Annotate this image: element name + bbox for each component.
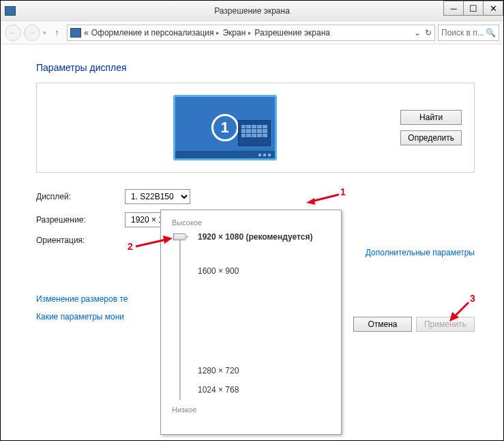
search-box[interactable]: 🔍 [438, 25, 499, 41]
resolution-dropdown: Высокое 1920 × 1080 (рекомендуется) 1600… [160, 210, 342, 435]
slider-high-label: Высокое [172, 218, 330, 227]
resolution-label: Разрешение: [36, 215, 125, 225]
resolution-option[interactable]: 1600 × 900 [198, 266, 312, 276]
monitor-preview[interactable]: 1 [173, 95, 277, 160]
slider-low-label: Низкое [172, 406, 330, 414]
monitor-overlay-icon [238, 120, 271, 146]
up-button[interactable]: ↑ [49, 25, 64, 40]
advanced-settings-link[interactable]: Дополнительные параметры [366, 248, 475, 257]
monitor-preview-box: 1 Найти Определить [36, 83, 475, 173]
close-button[interactable]: ✕ [483, 1, 503, 16]
resolution-option[interactable]: 1920 × 1080 (рекомендуется) [198, 232, 312, 242]
apply-button[interactable]: Применить [416, 317, 475, 332]
breadcrumb-item[interactable]: Разрешение экрана [254, 28, 330, 38]
window-title: Разрешение экрана [214, 6, 290, 16]
maximize-button[interactable]: ☐ [463, 1, 484, 16]
display-select[interactable]: 1. S22B150 [125, 189, 190, 204]
navigation-bar: ← → ▾ ↑ « Оформление и персонализация ▸ … [1, 21, 503, 44]
display-label: Дисплей: [36, 192, 125, 201]
resolution-option[interactable]: 1024 × 768 [198, 385, 312, 395]
chevron-right-icon: ▸ [216, 29, 220, 36]
forward-button[interactable]: → [24, 25, 40, 41]
breadcrumb-item[interactable]: Экран [222, 28, 246, 38]
page-heading: Параметры дисплея [36, 62, 475, 73]
resolution-option[interactable]: 1280 × 720 [198, 366, 312, 375]
dropdown-icon[interactable]: ⌄ [414, 28, 421, 38]
resolution-slider[interactable] [175, 229, 186, 406]
search-icon: 🔍 [486, 28, 496, 38]
detect-button[interactable]: Определить [400, 130, 462, 145]
breadcrumb-prefix: « [84, 28, 89, 38]
chevron-right-icon: ▸ [248, 29, 252, 36]
window-titlebar: Разрешение экрана ─ ☐ ✕ [1, 1, 503, 21]
address-bar[interactable]: « Оформление и персонализация ▸ Экран ▸ … [67, 25, 435, 41]
search-input[interactable] [441, 28, 484, 38]
breadcrumb-item[interactable]: Оформление и персонализация [91, 28, 214, 38]
back-button[interactable]: ← [5, 25, 21, 41]
slider-thumb[interactable] [173, 233, 186, 240]
cancel-button[interactable]: Отмена [353, 317, 412, 332]
location-icon [70, 28, 81, 38]
orientation-label: Ориентация: [36, 236, 125, 245]
refresh-icon[interactable]: ↻ [425, 28, 432, 38]
app-icon [5, 6, 16, 16]
monitor-number: 1 [211, 114, 239, 141]
find-button[interactable]: Найти [400, 110, 462, 125]
minimize-button[interactable]: ─ [443, 1, 464, 16]
